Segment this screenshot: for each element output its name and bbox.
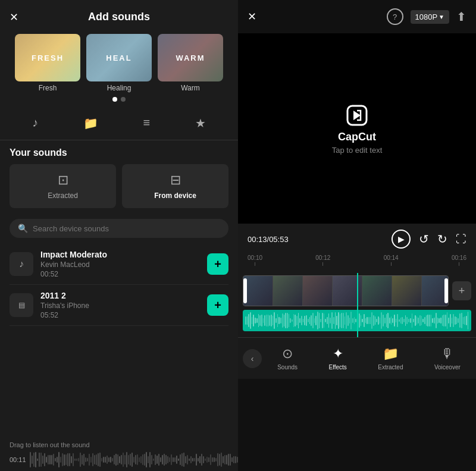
sound-card-warm-thumb[interactable]: WARM (158, 34, 223, 81)
source-extracted[interactable]: ⊡ Extracted (10, 164, 116, 208)
ruler-tick-label-1: 00:10 (248, 255, 262, 261)
left-panel: ✕ Add sounds FRESH Fresh HEAL Healing WA… (0, 0, 238, 471)
tab-list[interactable]: ≡ (136, 114, 158, 133)
search-bar[interactable]: 🔍 (10, 219, 228, 238)
sound-item-duration-2011: 05:52 (40, 311, 200, 319)
waveform-bars[interactable] (30, 451, 238, 469)
sound-item-title-impact: Impact Moderato (40, 250, 200, 259)
quality-chevron-icon: ▼ (439, 14, 444, 20)
from-device-label: From device (154, 191, 196, 200)
clip-handle-right[interactable] (444, 278, 448, 303)
extracted-toolbar-icon: 📁 (383, 346, 399, 362)
playback-row: 00:13/05:53 ▶ ↺ ↻ ⛶ (248, 230, 466, 249)
ruler-tick-4: 00:16 (452, 255, 466, 266)
close-button-right[interactable]: ✕ (248, 10, 256, 23)
clip-thumbnails (243, 276, 448, 306)
sound-item-artist-2011: Trisha's iPhone (40, 302, 200, 310)
pagination-dot-1[interactable] (112, 97, 117, 102)
extracted-label: Extracted (48, 191, 78, 200)
sound-list: ♪ Impact Moderato Kevin MacLeod 00:52 + … (0, 244, 238, 437)
tick-line-3 (391, 262, 392, 266)
add-track-button[interactable]: + (452, 281, 471, 300)
timeline-controls: 00:13/05:53 ▶ ↺ ↻ ⛶ 00:10 00:12 (238, 224, 476, 273)
toolbar-collapse-button[interactable]: ‹ (243, 349, 262, 368)
capcut-icon (344, 102, 370, 128)
quality-selector[interactable]: 1080P ▼ (411, 10, 450, 24)
play-icon: ▶ (398, 234, 405, 244)
effects-icon: ✦ (333, 346, 343, 362)
redo-button[interactable]: ↻ (437, 232, 447, 246)
toolbar-item-sounds[interactable]: ⊙ Sounds (271, 343, 303, 374)
quality-label: 1080P (415, 12, 438, 21)
waveform-time: 00:11 (10, 456, 26, 463)
add-button-impact[interactable]: + (207, 253, 228, 275)
timeline-track-area: + (238, 273, 476, 337)
collapse-icon: ‹ (251, 354, 254, 363)
sound-card-healing-thumb[interactable]: HEAL (86, 34, 152, 81)
add-sounds-title: Add sounds (88, 11, 150, 23)
tap-to-edit-text[interactable]: Tap to edit text (332, 146, 383, 155)
help-button[interactable]: ? (387, 8, 403, 25)
tick-line-4 (459, 262, 459, 266)
search-input[interactable] (33, 224, 220, 233)
export-button[interactable]: ⬆ (456, 10, 466, 24)
toolbar-item-extracted[interactable]: 📁 Extracted (372, 343, 409, 374)
sound-cards-wrapper: FRESH Fresh HEAL Healing WARM Warm (0, 34, 238, 92)
drag-hint: Drag to listen out the sound (10, 441, 228, 448)
sound-card-healing-label: HEAL (86, 34, 152, 81)
ruler-ticks: 00:10 00:12 00:14 00:16 (248, 255, 466, 266)
pagination-dot-2[interactable] (121, 97, 126, 102)
sound-card-warm-label: WARM (158, 34, 223, 81)
tab-folder[interactable]: 📁 (76, 114, 105, 133)
tick-line-2 (322, 262, 323, 266)
close-button-left[interactable]: ✕ (10, 11, 18, 24)
toolbar-item-effects[interactable]: ✦ Effects (322, 343, 352, 374)
right-header-left: ✕ (248, 10, 256, 23)
video-clip[interactable] (243, 275, 449, 306)
voiceover-label: Voiceover (434, 364, 461, 370)
tab-tiktok[interactable]: ♪ (25, 114, 45, 133)
toolbar-items: ⊙ Sounds ✦ Effects 📁 Extracted 🎙 Voiceov… (262, 343, 476, 374)
sound-card-healing[interactable]: HEAL Healing (86, 34, 152, 92)
tabs-row: ♪ 📁 ≡ ★ (0, 109, 238, 140)
play-button[interactable]: ▶ (392, 230, 411, 249)
waveform-area: Drag to listen out the sound 00:11 (0, 437, 238, 471)
clip-handle-left[interactable] (243, 278, 247, 303)
waveform-row: 00:11 (10, 451, 228, 469)
sound-card-healing-name: Healing (107, 84, 131, 92)
time-display: 00:13/05:53 (248, 235, 289, 244)
your-sounds-section: Your sounds ⊡ Extracted ⊟ From device (0, 140, 238, 213)
sound-source-row: ⊡ Extracted ⊟ From device (10, 164, 228, 208)
sound-item-impact[interactable]: ♪ Impact Moderato Kevin MacLeod 00:52 + (10, 244, 228, 285)
sound-item-artist-impact: Kevin MacLeod (40, 260, 200, 269)
capcut-text: CapCut (338, 131, 376, 143)
sound-item-info-2011: 2011 2 Trisha's iPhone 05:52 (40, 291, 200, 319)
voiceover-icon: 🎙 (441, 346, 454, 362)
sound-card-fresh-name: Fresh (39, 84, 57, 92)
effects-label: Effects (328, 364, 346, 370)
extracted-icon: ⊡ (58, 172, 68, 188)
sound-item-title-2011: 2011 2 (40, 291, 200, 300)
from-device-icon: ⊟ (170, 172, 181, 188)
sound-card-fresh[interactable]: FRESH Fresh (15, 34, 80, 92)
fullscreen-button[interactable]: ⛶ (456, 233, 466, 246)
toolbar-item-voiceover[interactable]: 🎙 Voiceover (428, 343, 466, 374)
bottom-toolbar: ‹ ⊙ Sounds ✦ Effects 📁 Extracted 🎙 Voice… (238, 337, 476, 379)
timeline-ruler: 00:10 00:12 00:14 00:16 (248, 252, 466, 268)
sound-card-fresh-thumb[interactable]: FRESH (15, 34, 80, 81)
ruler-tick-1: 00:10 (248, 255, 262, 266)
source-from-device[interactable]: ⊟ From device (122, 164, 228, 208)
add-button-2011[interactable]: + (207, 294, 228, 316)
extracted-toolbar-label: Extracted (378, 364, 403, 370)
sounds-icon: ⊙ (282, 346, 293, 362)
video-preview[interactable]: CapCut Tap to edit text (238, 33, 476, 224)
tab-favorites[interactable]: ★ (188, 114, 213, 133)
pagination (0, 92, 238, 109)
playback-buttons: ▶ ↺ ↻ ⛶ (392, 230, 466, 249)
right-header: ✕ ? 1080P ▼ ⬆ (238, 0, 476, 33)
sound-item-2011[interactable]: ▤ 2011 2 Trisha's iPhone 05:52 + (10, 285, 228, 326)
your-sounds-title: Your sounds (10, 147, 228, 158)
sound-card-warm[interactable]: WARM Warm (158, 34, 223, 92)
ruler-tick-label-4: 00:16 (452, 255, 466, 261)
undo-button[interactable]: ↺ (419, 232, 429, 246)
